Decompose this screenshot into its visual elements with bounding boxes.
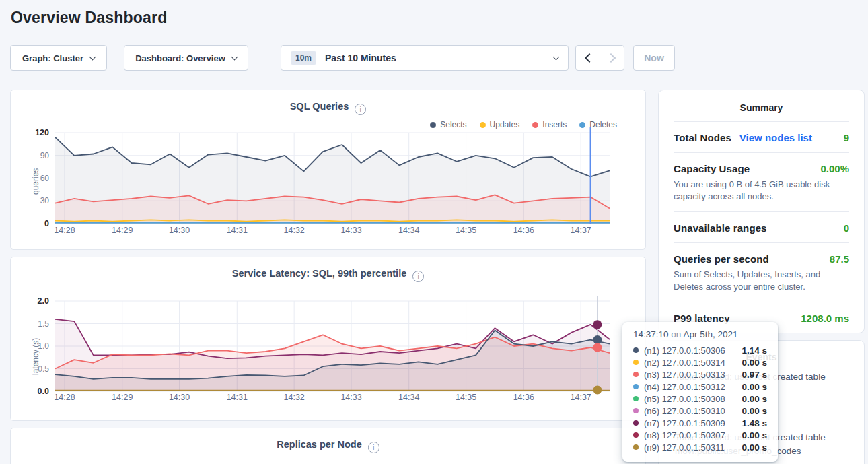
overview-dashboard-page: Overview Dashboard Graph: Cluster Dashbo…	[0, 0, 868, 464]
svg-text:2.0: 2.0	[38, 296, 49, 306]
summary-title: Summary	[674, 102, 849, 113]
node-dot-icon	[633, 360, 639, 365]
info-icon[interactable]: i	[355, 104, 366, 115]
tooltip-timestamp: 14:37:10 on Apr 5th, 2021	[633, 329, 767, 339]
svg-text:14:28: 14:28	[54, 226, 75, 235]
stat-label: Total Nodes	[674, 132, 731, 143]
svg-text:14:30: 14:30	[169, 226, 190, 235]
stat-label: Capacity Usage	[674, 163, 750, 174]
tooltip-row: (n6) 127.0.0.1:503100.00 s	[633, 405, 767, 417]
chevron-right-icon	[606, 53, 615, 63]
info-icon[interactable]: i	[412, 271, 424, 282]
info-icon[interactable]: i	[368, 442, 379, 453]
node-dot-icon	[633, 444, 639, 450]
replicas-per-node-panel: Replicas per Nodei	[10, 428, 646, 464]
controls-divider	[264, 46, 264, 70]
node-dot-icon	[633, 384, 639, 389]
chevron-down-icon	[89, 53, 96, 60]
stat-label: Unavailable ranges	[674, 222, 767, 234]
service-latency-panel: Service Latency: SQL, 99th percentilei l…	[10, 257, 646, 421]
svg-text:14:33: 14:33	[340, 226, 361, 235]
svg-text:14:36: 14:36	[513, 393, 534, 402]
tooltip-row: (n3) 127.0.0.1:503130.97 s	[633, 368, 767, 380]
controls-row: Graph: Cluster Dashboard: Overview 10m P…	[10, 45, 858, 71]
svg-text:14:31: 14:31	[227, 393, 248, 402]
svg-text:14:34: 14:34	[398, 393, 419, 402]
tooltip-row: (n1) 127.0.0.1:503061.14 s	[633, 344, 767, 356]
stat-description: Sum of Selects, Updates, Inserts, and De…	[674, 269, 849, 293]
stat-capacity-usage: Capacity Usage 0.00% You are using 0 B o…	[674, 152, 849, 211]
tooltip-row: (n9) 127.0.0.1:503110.00 s	[633, 441, 767, 453]
svg-text:0.5: 0.5	[38, 364, 49, 374]
summary-card: Summary Total Nodes View nodes list 9 Ca…	[658, 90, 865, 333]
time-nav-buttons	[575, 45, 625, 71]
svg-text:1.5: 1.5	[38, 319, 49, 329]
node-dot-icon	[633, 396, 639, 401]
svg-text:14:33: 14:33	[340, 393, 361, 402]
tooltip-row: (n2) 127.0.0.1:503140.00 s	[633, 356, 767, 368]
svg-text:14:35: 14:35	[456, 393, 476, 402]
stat-value: 0.00%	[820, 163, 849, 174]
chevron-down-icon	[553, 53, 560, 60]
sql-queries-panel: SQL Queriesi Selects Updates Inserts Del…	[10, 90, 646, 250]
svg-text:60: 60	[40, 174, 50, 183]
tooltip-row: (n5) 127.0.0.1:503080.00 s	[633, 393, 767, 405]
svg-text:1.0: 1.0	[38, 341, 49, 351]
svg-text:14:28: 14:28	[54, 393, 75, 402]
tooltip-row: (n8) 127.0.0.1:503070.00 s	[633, 429, 767, 441]
time-range-label: Past 10 Minutes	[325, 53, 396, 63]
stat-value: 9	[844, 132, 849, 143]
prev-range-button[interactable]	[575, 45, 600, 71]
time-range-dropdown[interactable]: 10m Past 10 Minutes	[281, 45, 569, 71]
service-latency-title: Service Latency: SQL, 99th percentilei	[11, 268, 645, 282]
now-button[interactable]: Now	[633, 45, 675, 71]
node-dot-icon	[633, 432, 639, 438]
stat-value: 87.5	[830, 253, 849, 265]
service-latency-chart[interactable]: 14:2814:2914:3014:3114:3214:3314:3414:35…	[11, 290, 645, 408]
svg-text:0.0: 0.0	[38, 387, 49, 396]
stat-value: 0	[844, 222, 849, 234]
replicas-per-node-title: Replicas per Nodei	[11, 439, 645, 453]
tooltip-row: (n7) 127.0.0.1:503091.48 s	[633, 417, 767, 429]
time-range-badge: 10m	[291, 51, 316, 65]
sql-queries-chart[interactable]: 14:2814:2914:3014:3114:3214:3314:3414:35…	[11, 127, 645, 242]
svg-text:14:30: 14:30	[169, 393, 190, 402]
next-range-button[interactable]	[600, 45, 624, 71]
node-dot-icon	[633, 372, 639, 377]
page-title: Overview Dashboard	[11, 9, 167, 27]
svg-text:30: 30	[40, 196, 50, 205]
svg-text:14:31: 14:31	[227, 226, 248, 235]
graph-dropdown-label: Graph: Cluster	[22, 53, 83, 63]
svg-text:14:32: 14:32	[284, 393, 305, 402]
chevron-down-icon	[231, 53, 238, 60]
tooltip-row: (n4) 127.0.0.1:503120.00 s	[633, 380, 767, 393]
svg-text:14:29: 14:29	[112, 226, 133, 235]
stat-label: Queries per second	[674, 253, 769, 265]
dashboard-dropdown[interactable]: Dashboard: Overview	[124, 45, 248, 71]
now-button-label: Now	[644, 53, 664, 63]
dashboard-dropdown-label: Dashboard: Overview	[135, 53, 225, 63]
node-dot-icon	[633, 347, 639, 353]
stat-queries-per-second: Queries per second 87.5 Sum of Selects, …	[674, 242, 849, 302]
chart-hover-tooltip: 14:37:10 on Apr 5th, 2021 (n1) 127.0.0.1…	[622, 322, 778, 462]
svg-text:14:35: 14:35	[456, 226, 476, 235]
svg-text:14:36: 14:36	[513, 226, 534, 235]
svg-text:90: 90	[40, 151, 50, 160]
stat-value: 1208.0 ms	[801, 312, 849, 324]
graph-dropdown[interactable]: Graph: Cluster	[10, 45, 107, 71]
chevron-left-icon	[584, 53, 593, 63]
view-nodes-list-link[interactable]: View nodes list	[739, 132, 812, 143]
svg-text:14:29: 14:29	[112, 393, 133, 402]
svg-text:14:37: 14:37	[571, 226, 591, 235]
node-dot-icon	[633, 420, 639, 426]
svg-text:0: 0	[44, 219, 49, 228]
svg-text:120: 120	[35, 128, 49, 137]
stat-unavailable-ranges: Unavailable ranges 0	[674, 211, 849, 242]
stat-total-nodes: Total Nodes View nodes list 9	[674, 121, 849, 152]
node-dot-icon	[633, 408, 639, 413]
svg-text:14:34: 14:34	[398, 226, 419, 235]
stat-description: You are using 0 B of 4.5 GiB usable disk…	[674, 178, 849, 203]
svg-text:14:32: 14:32	[284, 226, 305, 235]
svg-text:14:37: 14:37	[571, 393, 591, 402]
sql-queries-title: SQL Queriesi	[11, 101, 645, 115]
